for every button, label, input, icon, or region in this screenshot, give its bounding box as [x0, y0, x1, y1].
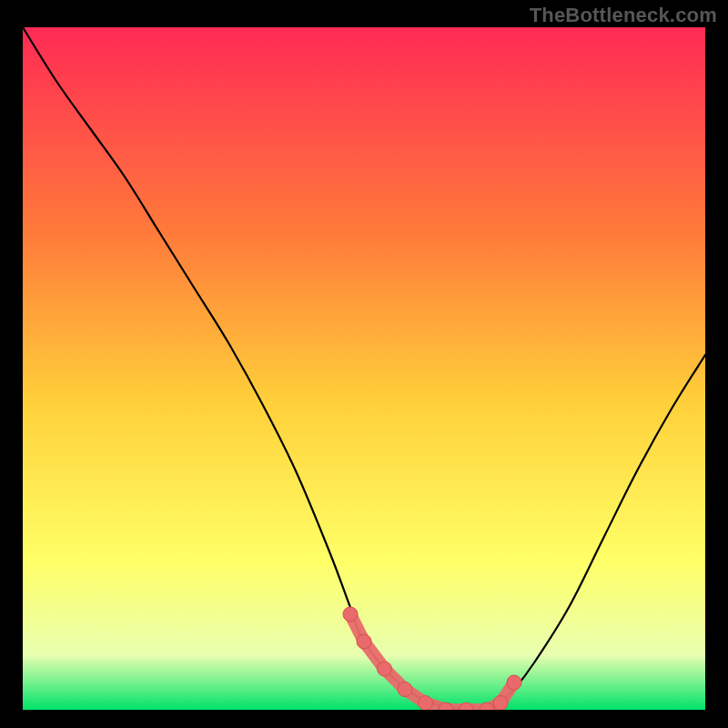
plot-area [23, 27, 705, 710]
marker-dot [343, 607, 358, 622]
marker-dot [378, 662, 392, 676]
marker-dot [398, 682, 412, 697]
watermark-text: TheBottleneck.com [530, 4, 717, 27]
chart-container: TheBottleneck.com [0, 0, 728, 728]
marker-dot [507, 675, 521, 690]
marker-dot [493, 696, 508, 711]
marker-dot [419, 696, 433, 711]
marker-dot [357, 634, 371, 649]
gradient-background [23, 27, 705, 710]
plot-frame [23, 27, 705, 710]
chart-svg [23, 27, 705, 710]
